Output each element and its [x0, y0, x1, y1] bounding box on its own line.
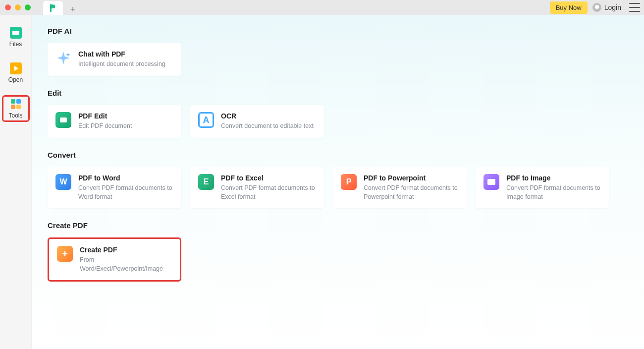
card-subtitle: Convert PDF format documents to Excel fo… — [221, 184, 316, 201]
card-title: PDF to Word — [78, 174, 173, 182]
card-title: Create PDF — [80, 246, 172, 254]
tabbar: + — [43, 0, 83, 15]
card-title: Chat with PDF — [78, 50, 165, 58]
ai-sparkle-icon — [55, 50, 71, 66]
minimize-window-icon[interactable] — [15, 4, 21, 10]
sidebar-item-files[interactable]: Files — [3, 25, 29, 50]
tab-home[interactable] — [43, 1, 63, 15]
sidebar-item-label: Files — [9, 41, 22, 48]
login-label: Login — [604, 3, 621, 11]
card-pdf-to-image[interactable]: PDF to Image Convert PDF format document… — [476, 167, 609, 208]
open-icon — [10, 62, 22, 74]
login-button[interactable]: Login — [592, 3, 621, 12]
card-pdf-to-powerpoint[interactable]: P PDF to Powerpoint Convert PDF format d… — [333, 167, 467, 208]
card-subtitle: Convert PDF format documents to Image fo… — [506, 184, 601, 201]
maximize-window-icon[interactable] — [25, 4, 31, 10]
card-title: OCR — [221, 112, 314, 120]
sidebar-item-label: Open — [8, 76, 23, 83]
excel-icon: E — [198, 174, 214, 190]
card-subtitle: Intelligent document processing — [78, 60, 165, 69]
files-icon — [10, 27, 22, 39]
card-title: PDF to Powerpoint — [364, 174, 459, 182]
card-title: PDF to Excel — [221, 174, 316, 182]
card-chat-with-pdf[interactable]: Chat with PDF Intelligent document proce… — [48, 43, 181, 76]
card-subtitle: Convert PDF format documents to Word for… — [78, 184, 173, 201]
word-icon: W — [55, 174, 71, 190]
sidebar-item-open[interactable]: Open — [3, 60, 29, 85]
main-content: PDF AI Chat with PDF Intelligent documen… — [32, 15, 644, 349]
card-subtitle: Convert PDF format documents to Powerpoi… — [364, 184, 459, 201]
app-logo-icon — [49, 3, 57, 12]
section-heading-create: Create PDF — [48, 221, 632, 230]
new-tab-button[interactable]: + — [63, 4, 83, 15]
ocr-icon: A — [198, 112, 214, 128]
card-pdf-to-word[interactable]: W PDF to Word Convert PDF format documen… — [48, 167, 181, 208]
card-title: PDF to Image — [506, 174, 601, 182]
buy-now-button[interactable]: Buy Now — [550, 1, 588, 14]
card-subtitle: Convert document to editable text — [221, 122, 314, 131]
pdf-edit-icon — [55, 112, 71, 128]
card-pdf-to-excel[interactable]: E PDF to Excel Convert PDF format docume… — [190, 167, 324, 208]
close-window-icon[interactable] — [5, 4, 11, 10]
sidebar-item-label: Tools — [8, 112, 22, 119]
section-heading-convert: Convert — [48, 151, 632, 159]
section-heading-pdf-ai: PDF AI — [48, 27, 632, 35]
card-subtitle: Edit PDF document — [78, 122, 132, 131]
svg-marker-1 — [66, 53, 70, 57]
powerpoint-icon: P — [341, 174, 357, 190]
tools-icon — [10, 98, 22, 110]
traffic-lights[interactable] — [5, 4, 31, 10]
card-ocr[interactable]: A OCR Convert document to editable text — [190, 105, 324, 138]
titlebar: + Buy Now Login — [0, 0, 644, 15]
sidebar: Files Open Tools — [0, 15, 32, 349]
card-title: PDF Edit — [78, 112, 132, 120]
menu-icon[interactable] — [629, 3, 640, 12]
create-pdf-icon: + — [57, 246, 73, 262]
card-subtitle: From Word/Execl/Powerpoint/Image — [80, 256, 172, 273]
avatar-icon — [592, 3, 601, 12]
card-create-pdf[interactable]: + Create PDF From Word/Execl/Powerpoint/… — [48, 237, 181, 282]
section-heading-edit: Edit — [48, 89, 632, 97]
card-pdf-edit[interactable]: PDF Edit Edit PDF document — [48, 105, 181, 138]
image-icon — [483, 174, 499, 190]
sidebar-item-tools[interactable]: Tools — [3, 96, 29, 121]
